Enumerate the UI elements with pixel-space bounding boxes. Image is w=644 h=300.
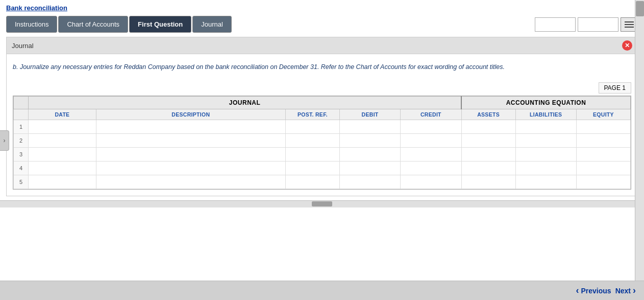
debit-cell[interactable] [339,120,400,133]
assets-cell[interactable] [461,147,515,161]
toolbar-input-1[interactable] [535,17,576,32]
equity-cell[interactable] [576,175,630,189]
post-ref-cell-input[interactable] [288,149,337,160]
debit-cell[interactable] [339,133,400,147]
assets-cell-input[interactable] [464,176,513,188]
equity-cell[interactable] [576,161,630,175]
equity-cell-input[interactable] [579,149,628,160]
tab-journal[interactable]: Journal [192,16,232,33]
date-cell[interactable] [29,175,96,189]
debit-cell-input[interactable] [342,121,398,132]
equity-cell[interactable] [576,120,630,133]
liabilities-cell[interactable] [515,120,576,133]
liabilities-cell[interactable] [515,161,576,175]
assets-cell-input[interactable] [464,135,513,146]
post-ref-cell[interactable] [285,175,339,189]
post-ref-cell-input[interactable] [288,121,337,132]
date-cell-input[interactable] [31,176,94,188]
description-cell-input[interactable] [98,121,283,132]
post-ref-cell-input[interactable] [288,163,337,174]
date-cell-input[interactable] [31,149,94,160]
journal-table: JOURNAL ACCOUNTING EQUATION DATE DESCRIP… [13,96,631,189]
date-cell[interactable] [29,161,96,175]
credit-cell[interactable] [401,147,461,161]
liabilities-cell-input[interactable] [518,135,574,146]
credit-cell[interactable] [401,175,461,189]
assets-cell-input[interactable] [464,121,513,132]
equity-cell[interactable] [576,147,630,161]
post-ref-cell[interactable] [285,161,339,175]
debit-cell-input[interactable] [342,176,398,188]
next-button[interactable]: Next › [615,285,636,296]
assets-cell[interactable] [461,133,515,147]
credit-cell-input[interactable] [403,121,459,132]
liabilities-cell-input[interactable] [518,176,574,188]
assets-cell[interactable] [461,120,515,133]
post-ref-cell-input[interactable] [288,176,337,188]
liabilities-cell-input[interactable] [518,163,574,174]
credit-cell-input[interactable] [403,135,459,146]
equity-cell-input[interactable] [579,176,628,188]
table-row: 2 [14,133,631,147]
description-cell-input[interactable] [98,176,283,188]
debit-cell-input[interactable] [342,135,398,146]
previous-button[interactable]: ‹ Previous [576,285,611,296]
debit-cell-input[interactable] [342,149,398,160]
description-cell-input[interactable] [98,149,283,160]
debit-cell[interactable] [339,175,400,189]
debit-cell-input[interactable] [342,163,398,174]
horizontal-scrollbar[interactable] [0,200,644,207]
side-toggle-button[interactable]: › [0,130,9,151]
toolbar-input-2[interactable] [578,17,618,32]
vertical-scrollbar[interactable] [635,0,644,281]
liabilities-cell[interactable] [515,175,576,189]
credit-cell-input[interactable] [403,149,459,160]
date-cell[interactable] [29,133,96,147]
assets-cell-input[interactable] [464,163,513,174]
description-cell[interactable] [96,120,285,133]
credit-cell[interactable] [401,161,461,175]
equity-cell-input[interactable] [579,163,628,174]
liabilities-cell[interactable] [515,133,576,147]
assets-cell-input[interactable] [464,149,513,160]
description-cell-input[interactable] [98,163,283,174]
col-header-credit: CREDIT [401,109,461,120]
date-cell-input[interactable] [31,163,94,174]
credit-cell[interactable] [401,133,461,147]
post-ref-cell[interactable] [285,120,339,133]
date-cell-input[interactable] [31,121,94,132]
date-cell-input[interactable] [31,135,94,146]
description-cell[interactable] [96,175,285,189]
col-header-assets: ASSETS [461,109,515,120]
credit-cell[interactable] [401,120,461,133]
bank-reconciliation-link[interactable]: Bank reconciliation [6,4,67,12]
equity-cell-input[interactable] [579,135,628,146]
description-cell[interactable] [96,147,285,161]
debit-cell[interactable] [339,161,400,175]
assets-cell[interactable] [461,175,515,189]
equity-cell[interactable] [576,133,630,147]
description-cell[interactable] [96,133,285,147]
tab-instructions[interactable]: Instructions [6,16,57,33]
credit-cell-input[interactable] [403,176,459,188]
debit-cell[interactable] [339,147,400,161]
description-cell-input[interactable] [98,135,283,146]
assets-cell[interactable] [461,161,515,175]
equity-cell-input[interactable] [579,121,628,132]
post-ref-cell-input[interactable] [288,135,337,146]
liabilities-cell-input[interactable] [518,121,574,132]
liabilities-cell[interactable] [515,147,576,161]
tab-chart-of-accounts[interactable]: Chart of Accounts [58,16,128,33]
description-cell[interactable] [96,161,285,175]
tab-bar: Instructions Chart of Accounts First Que… [0,14,644,37]
close-button[interactable]: ✕ [622,40,632,51]
credit-cell-input[interactable] [403,163,459,174]
accounting-equation-header: ACCOUNTING EQUATION [461,96,630,109]
post-ref-cell[interactable] [285,147,339,161]
close-icon: ✕ [625,42,630,49]
post-ref-cell[interactable] [285,133,339,147]
tab-first-question[interactable]: First Question [129,16,191,33]
liabilities-cell-input[interactable] [518,149,574,160]
date-cell[interactable] [29,120,96,133]
date-cell[interactable] [29,147,96,161]
